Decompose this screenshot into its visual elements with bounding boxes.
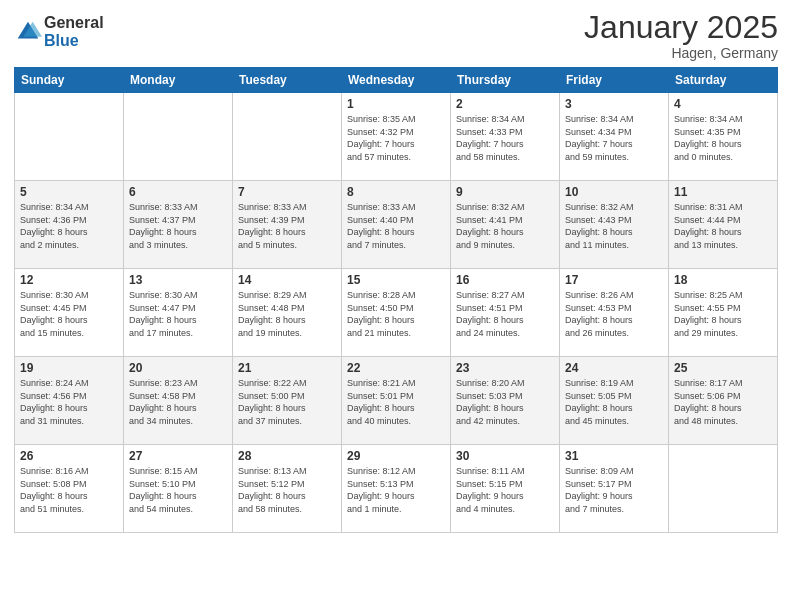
day-number: 20 [129, 361, 227, 375]
day-info: and 57 minutes. [347, 151, 445, 164]
day-info: Sunset: 4:48 PM [238, 302, 336, 315]
table-row: 26Sunrise: 8:16 AMSunset: 5:08 PMDayligh… [15, 445, 124, 533]
day-info: Sunset: 4:34 PM [565, 126, 663, 139]
table-row [233, 93, 342, 181]
day-info: Daylight: 7 hours [565, 138, 663, 151]
day-info: Sunset: 5:01 PM [347, 390, 445, 403]
day-info: and 4 minutes. [456, 503, 554, 516]
table-row: 14Sunrise: 8:29 AMSunset: 4:48 PMDayligh… [233, 269, 342, 357]
table-row: 9Sunrise: 8:32 AMSunset: 4:41 PMDaylight… [451, 181, 560, 269]
day-info: Sunrise: 8:16 AM [20, 465, 118, 478]
day-info: Sunrise: 8:34 AM [20, 201, 118, 214]
day-number: 5 [20, 185, 118, 199]
day-info: and 31 minutes. [20, 415, 118, 428]
day-info: and 26 minutes. [565, 327, 663, 340]
day-info: and 37 minutes. [238, 415, 336, 428]
day-info: Sunset: 5:08 PM [20, 478, 118, 491]
day-info: Sunrise: 8:29 AM [238, 289, 336, 302]
day-info: Daylight: 8 hours [456, 314, 554, 327]
day-number: 25 [674, 361, 772, 375]
day-info: Sunrise: 8:32 AM [565, 201, 663, 214]
col-friday: Friday [560, 68, 669, 93]
table-row: 5Sunrise: 8:34 AMSunset: 4:36 PMDaylight… [15, 181, 124, 269]
col-thursday: Thursday [451, 68, 560, 93]
day-info: Sunrise: 8:09 AM [565, 465, 663, 478]
day-info: Sunset: 4:36 PM [20, 214, 118, 227]
day-info: Sunrise: 8:35 AM [347, 113, 445, 126]
logo-text: General Blue [44, 14, 104, 49]
day-number: 19 [20, 361, 118, 375]
day-info: Sunset: 4:40 PM [347, 214, 445, 227]
table-row: 12Sunrise: 8:30 AMSunset: 4:45 PMDayligh… [15, 269, 124, 357]
day-info: Sunset: 4:39 PM [238, 214, 336, 227]
day-info: Sunset: 5:03 PM [456, 390, 554, 403]
logo-blue: Blue [44, 32, 104, 50]
day-info: Daylight: 8 hours [565, 402, 663, 415]
day-info: and 2 minutes. [20, 239, 118, 252]
day-info: Sunset: 4:35 PM [674, 126, 772, 139]
day-info: Daylight: 8 hours [129, 226, 227, 239]
table-row: 18Sunrise: 8:25 AMSunset: 4:55 PMDayligh… [669, 269, 778, 357]
day-info: Sunrise: 8:11 AM [456, 465, 554, 478]
day-info: and 42 minutes. [456, 415, 554, 428]
day-info: Daylight: 8 hours [20, 226, 118, 239]
table-row: 29Sunrise: 8:12 AMSunset: 5:13 PMDayligh… [342, 445, 451, 533]
day-info: Sunset: 5:06 PM [674, 390, 772, 403]
logo-general: General [44, 14, 104, 32]
day-info: and 1 minute. [347, 503, 445, 516]
day-info: Sunset: 5:13 PM [347, 478, 445, 491]
day-info: Sunrise: 8:25 AM [674, 289, 772, 302]
day-info: Daylight: 8 hours [347, 402, 445, 415]
day-info: and 13 minutes. [674, 239, 772, 252]
day-info: and 58 minutes. [456, 151, 554, 164]
day-info: Sunset: 5:12 PM [238, 478, 336, 491]
day-info: Sunrise: 8:23 AM [129, 377, 227, 390]
day-number: 24 [565, 361, 663, 375]
day-info: and 9 minutes. [456, 239, 554, 252]
day-number: 18 [674, 273, 772, 287]
table-row: 31Sunrise: 8:09 AMSunset: 5:17 PMDayligh… [560, 445, 669, 533]
table-row: 16Sunrise: 8:27 AMSunset: 4:51 PMDayligh… [451, 269, 560, 357]
table-row: 6Sunrise: 8:33 AMSunset: 4:37 PMDaylight… [124, 181, 233, 269]
day-number: 11 [674, 185, 772, 199]
day-info: and 21 minutes. [347, 327, 445, 340]
day-info: Sunset: 4:33 PM [456, 126, 554, 139]
col-saturday: Saturday [669, 68, 778, 93]
table-row: 20Sunrise: 8:23 AMSunset: 4:58 PMDayligh… [124, 357, 233, 445]
day-info: Daylight: 8 hours [238, 314, 336, 327]
day-info: Sunrise: 8:33 AM [238, 201, 336, 214]
day-info: Daylight: 7 hours [347, 138, 445, 151]
calendar-row: 19Sunrise: 8:24 AMSunset: 4:56 PMDayligh… [15, 357, 778, 445]
day-info: Sunset: 4:37 PM [129, 214, 227, 227]
day-info: Daylight: 9 hours [456, 490, 554, 503]
day-info: Sunset: 4:51 PM [456, 302, 554, 315]
day-info: Sunrise: 8:32 AM [456, 201, 554, 214]
day-info: and 17 minutes. [129, 327, 227, 340]
day-info: Daylight: 8 hours [129, 402, 227, 415]
table-row: 15Sunrise: 8:28 AMSunset: 4:50 PMDayligh… [342, 269, 451, 357]
day-number: 22 [347, 361, 445, 375]
day-info: Sunrise: 8:28 AM [347, 289, 445, 302]
day-info: Sunset: 5:17 PM [565, 478, 663, 491]
day-info: Daylight: 8 hours [238, 402, 336, 415]
day-info: Sunset: 4:32 PM [347, 126, 445, 139]
day-info: and 34 minutes. [129, 415, 227, 428]
day-info: Daylight: 8 hours [565, 226, 663, 239]
table-row [124, 93, 233, 181]
day-number: 6 [129, 185, 227, 199]
day-info: Sunrise: 8:30 AM [20, 289, 118, 302]
day-number: 23 [456, 361, 554, 375]
day-info: and 3 minutes. [129, 239, 227, 252]
table-row: 1Sunrise: 8:35 AMSunset: 4:32 PMDaylight… [342, 93, 451, 181]
day-number: 9 [456, 185, 554, 199]
day-number: 7 [238, 185, 336, 199]
day-info: Sunrise: 8:24 AM [20, 377, 118, 390]
calendar-row: 1Sunrise: 8:35 AMSunset: 4:32 PMDaylight… [15, 93, 778, 181]
day-info: Sunrise: 8:22 AM [238, 377, 336, 390]
table-row: 24Sunrise: 8:19 AMSunset: 5:05 PMDayligh… [560, 357, 669, 445]
table-row: 3Sunrise: 8:34 AMSunset: 4:34 PMDaylight… [560, 93, 669, 181]
day-info: and 45 minutes. [565, 415, 663, 428]
table-row: 30Sunrise: 8:11 AMSunset: 5:15 PMDayligh… [451, 445, 560, 533]
day-info: and 54 minutes. [129, 503, 227, 516]
day-number: 26 [20, 449, 118, 463]
